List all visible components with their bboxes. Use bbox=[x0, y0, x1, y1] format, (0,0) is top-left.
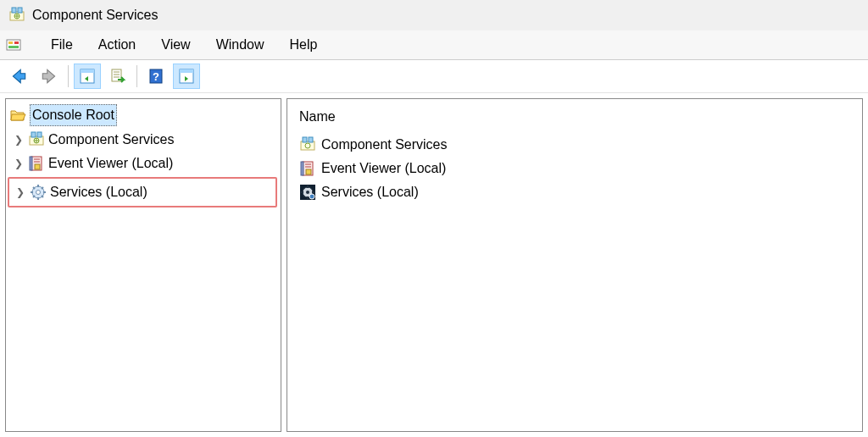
svg-line-40 bbox=[33, 196, 35, 197]
panes-container: Console Root ❯ Component Services bbox=[0, 93, 868, 437]
event-viewer-icon bbox=[28, 155, 45, 172]
svg-rect-1 bbox=[12, 8, 16, 13]
list-item-label: Event Viewer (Local) bbox=[321, 158, 446, 179]
tree-pane: Console Root ❯ Component Services bbox=[5, 98, 281, 432]
show-hide-action-button[interactable] bbox=[173, 64, 200, 89]
services-gear-icon bbox=[299, 184, 316, 201]
toolbar-separator bbox=[136, 65, 137, 87]
folder-open-icon bbox=[9, 107, 26, 124]
show-hide-tree-button[interactable] bbox=[74, 64, 101, 89]
svg-rect-6 bbox=[7, 40, 20, 50]
list-item-event-viewer[interactable]: Event Viewer (Local) bbox=[296, 157, 854, 180]
expand-icon[interactable]: ❯ bbox=[16, 182, 26, 202]
svg-rect-42 bbox=[303, 137, 307, 142]
event-viewer-icon bbox=[299, 160, 316, 177]
services-icon bbox=[30, 184, 47, 201]
svg-line-38 bbox=[42, 196, 43, 197]
tree-root-console[interactable]: Console Root bbox=[6, 102, 281, 128]
forward-button[interactable] bbox=[36, 64, 63, 89]
titlebar: Component Services bbox=[0, 0, 868, 30]
tree-root-label: Console Root bbox=[30, 104, 117, 126]
window-root: Component Services File Action View Wind… bbox=[0, 0, 868, 437]
list-item-label: Component Services bbox=[321, 135, 448, 155]
svg-rect-27 bbox=[30, 157, 32, 170]
svg-text:?: ? bbox=[153, 70, 159, 83]
svg-rect-46 bbox=[301, 162, 303, 175]
svg-rect-2 bbox=[18, 8, 22, 13]
toolbar-separator bbox=[68, 65, 69, 87]
svg-rect-21 bbox=[31, 132, 36, 137]
svg-rect-11 bbox=[81, 69, 94, 73]
tree-item-services[interactable]: ❯ Services (Lo bbox=[9, 180, 275, 204]
svg-rect-49 bbox=[306, 169, 311, 174]
svg-rect-8 bbox=[14, 41, 19, 44]
detail-pane: Name Component Services bbox=[287, 98, 863, 432]
highlight-annotation: ❯ Services (Lo bbox=[8, 177, 277, 207]
menu-help[interactable]: Help bbox=[288, 34, 320, 56]
tree-item-label: Services (Local) bbox=[50, 182, 147, 202]
svg-rect-9 bbox=[8, 46, 19, 48]
tree-item-component-services[interactable]: ❯ Component Services bbox=[6, 128, 281, 152]
list-item-component-services[interactable]: Component Services bbox=[296, 133, 854, 157]
menubar: File Action View Window Help bbox=[0, 30, 868, 60]
component-services-icon bbox=[299, 136, 316, 153]
window-title: Component Services bbox=[32, 8, 159, 23]
list-item-label: Services (Local) bbox=[321, 182, 419, 202]
menu-window[interactable]: Window bbox=[214, 34, 266, 56]
expand-icon[interactable]: ❯ bbox=[14, 130, 25, 150]
mmc-icon bbox=[5, 36, 22, 53]
svg-rect-7 bbox=[8, 41, 13, 44]
svg-point-32 bbox=[36, 191, 41, 195]
help-button[interactable]: ? bbox=[142, 64, 170, 89]
column-header-name[interactable]: Name bbox=[296, 104, 854, 133]
menu-file[interactable]: File bbox=[49, 34, 75, 56]
svg-rect-30 bbox=[35, 164, 40, 169]
svg-line-37 bbox=[33, 187, 35, 189]
svg-line-39 bbox=[42, 187, 43, 189]
export-list-button[interactable] bbox=[104, 64, 131, 89]
menu-view[interactable]: View bbox=[159, 34, 192, 56]
component-services-icon bbox=[28, 131, 45, 148]
toolbar: ? bbox=[0, 60, 868, 93]
svg-point-52 bbox=[306, 191, 309, 194]
tree-item-event-viewer[interactable]: ❯ Event Viewer (Local) bbox=[6, 152, 281, 175]
svg-rect-22 bbox=[37, 132, 42, 137]
component-services-icon bbox=[8, 7, 25, 24]
svg-rect-19 bbox=[180, 69, 193, 73]
tree-item-label: Event Viewer (Local) bbox=[48, 153, 173, 174]
back-button[interactable] bbox=[5, 64, 32, 89]
menu-action[interactable]: Action bbox=[97, 34, 137, 56]
svg-point-57 bbox=[309, 194, 314, 199]
tree-item-label: Component Services bbox=[48, 130, 175, 150]
list-item-services[interactable]: Services (Local) bbox=[296, 180, 854, 204]
expand-icon[interactable]: ❯ bbox=[14, 153, 25, 174]
svg-rect-43 bbox=[309, 137, 313, 142]
